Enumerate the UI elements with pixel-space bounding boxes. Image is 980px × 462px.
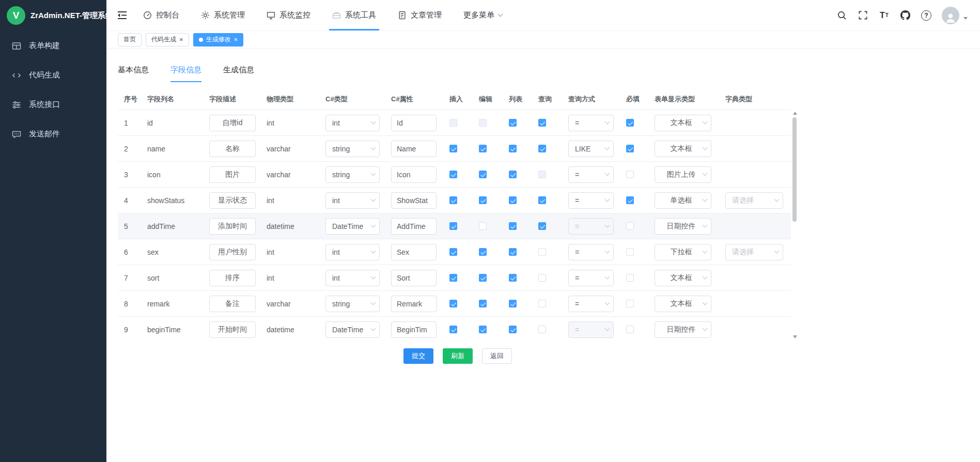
csharp-type-select[interactable]: int	[325, 115, 380, 131]
tab-generate-info[interactable]: 生成信息	[223, 65, 254, 82]
edit-checkbox[interactable]	[479, 300, 487, 307]
github-icon[interactable]	[900, 10, 911, 21]
description-input[interactable]	[209, 141, 256, 157]
list-checkbox[interactable]	[509, 119, 517, 127]
csharp-type-select[interactable]: int	[325, 192, 380, 209]
required-checkbox[interactable]	[626, 248, 634, 256]
nav-item-console[interactable]: 控制台	[143, 0, 179, 30]
query-method-select[interactable]: =	[568, 166, 614, 183]
sidebar-item-send-mail[interactable]: 发送邮件	[0, 119, 106, 149]
scrollbar-thumb[interactable]	[792, 117, 797, 222]
description-input[interactable]	[209, 192, 256, 209]
required-checkbox[interactable]	[626, 171, 634, 178]
nav-item-system-monitor[interactable]: 系统监控	[267, 0, 310, 30]
required-checkbox[interactable]	[626, 326, 634, 333]
query-checkbox[interactable]	[538, 119, 546, 127]
scroll-up-icon[interactable]	[793, 112, 797, 115]
display-type-select[interactable]: 日期控件	[655, 321, 711, 338]
required-checkbox[interactable]	[626, 119, 634, 127]
display-type-select[interactable]: 图片上传	[655, 166, 711, 183]
description-input[interactable]	[209, 166, 256, 183]
csharp-property-input[interactable]	[391, 141, 437, 157]
query-method-select[interactable]: =	[568, 244, 614, 260]
required-checkbox[interactable]	[626, 145, 634, 152]
csharp-type-select[interactable]: int	[325, 270, 380, 286]
display-type-select[interactable]: 文本框	[655, 141, 711, 157]
insert-checkbox[interactable]	[449, 171, 457, 178]
display-type-select[interactable]: 单选框	[655, 192, 711, 209]
query-method-select[interactable]: =	[568, 296, 614, 312]
csharp-type-select[interactable]: string	[325, 166, 380, 183]
display-type-select[interactable]: 文本框	[655, 270, 711, 286]
scroll-down-icon[interactable]	[793, 335, 797, 338]
nav-item-system-management[interactable]: 系统管理	[201, 0, 245, 30]
csharp-type-select[interactable]: string	[325, 296, 380, 312]
query-checkbox[interactable]	[538, 274, 546, 282]
edit-checkbox[interactable]	[479, 196, 487, 204]
insert-checkbox[interactable]	[449, 196, 457, 204]
required-checkbox[interactable]	[626, 274, 634, 282]
required-checkbox[interactable]	[626, 196, 634, 204]
csharp-type-select[interactable]: string	[325, 141, 380, 157]
edit-checkbox[interactable]	[479, 326, 487, 333]
insert-checkbox[interactable]	[449, 300, 457, 307]
edit-checkbox[interactable]	[479, 222, 487, 230]
insert-checkbox[interactable]	[449, 274, 457, 282]
description-input[interactable]	[209, 270, 256, 286]
list-checkbox[interactable]	[509, 196, 517, 204]
query-method-select[interactable]: =	[568, 115, 614, 131]
dict-type-select[interactable]: 请选择	[725, 244, 783, 260]
nav-item-article-management[interactable]: 文章管理	[398, 0, 442, 30]
csharp-property-input[interactable]	[391, 321, 437, 338]
sidebar-item-form-builder[interactable]: 表单构建	[0, 31, 106, 60]
tab-field-info[interactable]: 字段信息	[170, 65, 201, 82]
avatar[interactable]	[942, 7, 959, 24]
close-icon[interactable]: ×	[179, 36, 183, 43]
csharp-property-input[interactable]	[391, 166, 437, 183]
search-icon[interactable]	[836, 10, 847, 21]
submit-button[interactable]: 提交	[403, 348, 433, 364]
sidebar-fold-icon[interactable]	[117, 10, 128, 21]
table-scrollbar[interactable]	[792, 110, 798, 340]
query-checkbox[interactable]	[538, 248, 546, 256]
csharp-property-input[interactable]	[391, 218, 437, 235]
list-checkbox[interactable]	[509, 300, 517, 307]
font-size-icon[interactable]: TT	[879, 10, 890, 21]
query-checkbox[interactable]	[538, 196, 546, 204]
csharp-type-select[interactable]: DateTime	[325, 218, 380, 235]
dropdown-caret-icon[interactable]	[963, 17, 968, 20]
tag-home[interactable]: 首页	[118, 33, 142, 47]
required-checkbox[interactable]	[626, 300, 634, 307]
tab-basic-info[interactable]: 基本信息	[118, 65, 149, 82]
query-checkbox[interactable]	[538, 222, 546, 230]
query-method-select[interactable]: =	[568, 270, 614, 286]
app-logo[interactable]: V ZrAdmin.NET-管理系统	[0, 0, 106, 31]
csharp-type-select[interactable]: int	[325, 244, 380, 260]
query-method-select[interactable]: LIKE	[568, 141, 614, 157]
query-checkbox[interactable]	[538, 300, 546, 307]
nav-item-system-tools[interactable]: 系统工具	[332, 0, 376, 30]
query-checkbox[interactable]	[538, 145, 546, 152]
insert-checkbox[interactable]	[449, 326, 457, 333]
description-input[interactable]	[209, 244, 256, 260]
csharp-property-input[interactable]	[391, 115, 437, 131]
tag-generate-edit[interactable]: 生成修改 ×	[193, 33, 244, 47]
description-input[interactable]	[209, 115, 256, 131]
sidebar-item-system-api[interactable]: 系统接口	[0, 90, 106, 119]
list-checkbox[interactable]	[509, 145, 517, 152]
display-type-select[interactable]: 下拉框	[655, 244, 711, 260]
close-icon[interactable]: ×	[234, 36, 238, 43]
list-checkbox[interactable]	[509, 222, 517, 230]
list-checkbox[interactable]	[509, 248, 517, 256]
display-type-select[interactable]: 文本框	[655, 115, 711, 131]
insert-checkbox[interactable]	[449, 248, 457, 256]
list-checkbox[interactable]	[509, 171, 517, 178]
query-method-select[interactable]: =	[568, 192, 614, 209]
display-type-select[interactable]: 日期控件	[655, 218, 711, 235]
back-button[interactable]: 返回	[482, 348, 512, 364]
insert-checkbox[interactable]	[449, 145, 457, 152]
list-checkbox[interactable]	[509, 274, 517, 282]
list-checkbox[interactable]	[509, 326, 517, 333]
dict-type-select[interactable]: 请选择	[725, 192, 783, 209]
edit-checkbox[interactable]	[479, 274, 487, 282]
